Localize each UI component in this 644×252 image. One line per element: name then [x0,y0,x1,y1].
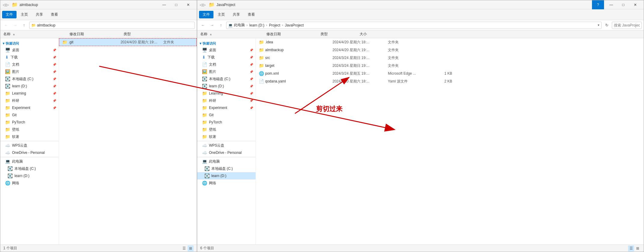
right-quick-access-arrow: ▾ [200,42,201,45]
right-forward-button[interactable]: → [208,21,216,29]
right-sidebar-pytorch[interactable]: 📁 PyTorch [197,119,256,126]
left-tab-home[interactable]: 主页 [17,11,32,18]
left-sidebar-c-drive-2[interactable]: 💽 本地磁盘 (C:) [0,165,59,172]
right-tab-home[interactable]: 主页 [214,11,228,18]
right-sidebar-downloads[interactable]: ⬇ 下载 📌 [197,54,256,61]
left-sidebar-this-pc[interactable]: 💻 此电脑 [0,158,59,165]
right-file-row-pom[interactable]: 🌐 pom.xml 2024/3/24 星期五 19:... Microsoft… [256,70,644,77]
left-back-button[interactable]: ← [2,21,10,29]
left-sidebar-software[interactable]: 📁 软著 [0,133,59,140]
left-tab-share[interactable]: 共享 [32,11,47,18]
right-file-row-almtbackup[interactable]: 📁 almtbackup 2024/4/20 星期六 19:... 文件夹 [256,46,644,54]
right-sidebar-docs[interactable]: 📄 文档 📌 [197,61,256,68]
left-minimize-button[interactable]: — [158,0,170,9]
right-title-icons: ◁ ▷ [200,3,206,7]
right-file-row-src[interactable]: 📁 src 2024/3/24 星期日 19:... 文件夹 [256,54,644,62]
right-sidebar-network[interactable]: 🌐 网络 [197,179,256,187]
right-sidebar-git[interactable]: 📁 Git [197,111,256,119]
left-col-name[interactable]: 名称 ▲ [3,32,69,37]
left-sidebar-git[interactable]: 📁 Git [0,111,59,119]
left-nav-icon2: ▷ [6,3,9,7]
left-sidebar-desktop[interactable]: 🖥️ 桌面 📌 [0,46,59,54]
left-up-button[interactable]: ↑ [20,21,28,29]
right-sidebar-onedrive[interactable]: ☁️ OneDrive - Personal [197,149,256,156]
left-col-date[interactable]: 修改日期 [69,32,124,37]
right-grid-view-icon[interactable]: ⊞ [635,245,641,251]
left-tab-file[interactable]: 文件 [2,11,17,18]
right-file-type-idea: 文件夹 [388,40,427,45]
left-col-type[interactable]: 类型 [124,32,163,37]
right-address-bar[interactable]: 💻 此电脑 › learn (D:) › Project › JavaProje… [226,22,602,29]
left-forward-button[interactable]: → [11,21,19,29]
right-file-row-idea[interactable]: 📁 .idea 2024/4/20 星期六 18:... 文件夹 [256,38,644,46]
right-detail-view-icon[interactable]: ☰ [628,245,634,251]
right-search-input[interactable] [612,22,642,29]
right-back-button[interactable]: ← [199,21,207,29]
left-file-row-git[interactable]: 📁 .git 2024/4/20 星期六 19:... 文件夹 [59,38,197,46]
right-folder-title-icon: 📁 [209,2,215,8]
right-tab-share[interactable]: 共享 [229,11,244,18]
right-quick-access-header[interactable]: ▾ 快速访问 [197,39,256,46]
right-sidebar-learning[interactable]: 📁 Learning 📌 [197,90,256,97]
right-maximize-button[interactable]: □ [617,0,629,9]
left-sidebar-d-drive[interactable]: 💽 learn (D:) 📌 [0,82,59,90]
right-tab-file[interactable]: 文件 [199,11,213,18]
right-sidebar-d-drive-2[interactable]: 💽 learn (D:) [197,172,256,179]
left-close-button[interactable]: ✕ [182,0,194,9]
right-help-button[interactable]: ? [592,0,604,9]
right-pictures-pin: 📌 [250,70,253,73]
left-sidebar-network[interactable]: 🌐 网络 [0,179,59,187]
right-file-name-target: target [265,64,331,68]
left-pytorch-icon: 📁 [5,120,10,125]
right-sidebar-software[interactable]: 📁 软著 [197,133,256,140]
left-maximize-button[interactable]: □ [170,0,182,9]
left-folder-title-icon: 📁 [12,2,18,8]
right-tab-view[interactable]: 查看 [244,11,259,18]
left-sidebar-pictures[interactable]: 🖼️ 图片 📌 [0,68,59,75]
left-c-drive-icon: 💽 [5,76,10,81]
right-col-size[interactable]: 大小 [360,32,384,37]
left-sidebar-onedrive[interactable]: ☁️ OneDrive - Personal [0,149,59,156]
left-sidebar-wps-cloud[interactable]: ☁️ WPS云盘 [0,142,59,149]
right-sidebar-pictures[interactable]: 🖼️ 图片 📌 [197,68,256,75]
right-col-type[interactable]: 类型 [320,32,360,37]
right-file-row-qodana[interactable]: 📄 qodana.yaml 2024/4/20 星期六 18:... Yaml … [256,77,644,85]
left-this-pc-icon: 💻 [5,159,10,164]
right-addr-dropdown[interactable]: ▾ [598,23,600,27]
right-col-name[interactable]: 名称 ▲ [200,32,266,37]
right-sidebar-desktop[interactable]: 🖥️ 桌面 📌 [197,46,256,54]
left-sidebar-docs[interactable]: 📄 文档 📌 [0,61,59,68]
left-sidebar-downloads[interactable]: ⬇ 下载 📌 [0,54,59,61]
left-address-bar[interactable]: 📁 almtbackup [29,22,195,29]
right-sidebar-wps-cloud[interactable]: ☁️ WPS云盘 [197,142,256,149]
right-close-button[interactable]: ✕ [629,0,641,9]
left-ribbon: 文件 主页 共享 查看 [0,9,197,20]
right-sidebar-wallpaper[interactable]: 📁 壁纸 [197,126,256,133]
left-sidebar-d-drive-2[interactable]: 💽 learn (D:) [0,172,59,179]
right-sidebar-c-drive[interactable]: 💽 本地磁盘 (C:) 📌 [197,75,256,82]
right-col-date[interactable]: 修改日期 [266,32,320,37]
left-sidebar-wallpaper[interactable]: 📁 壁纸 [0,126,59,133]
right-refresh-button[interactable]: ↻ [603,21,611,29]
left-sidebar-c-drive[interactable]: 💽 本地磁盘 (C:) 📌 [0,75,59,82]
right-src-folder-icon: 📁 [259,55,264,60]
left-sidebar-experiment[interactable]: 📁 Experiment 📌 [0,104,59,111]
right-up-button[interactable]: ↑ [217,21,225,29]
right-file-row-target[interactable]: 📁 target 2024/3/24 星期日 19:... 文件夹 [256,62,644,70]
left-d-drive-2-icon: 💽 [8,173,13,178]
left-tab-view[interactable]: 查看 [47,11,62,18]
left-quick-access-header[interactable]: ▾ 快速访问 [0,39,59,46]
right-sidebar-this-pc[interactable]: 💻 此电脑 [197,158,256,165]
right-sidebar-research[interactable]: 📁 科研 📌 [197,97,256,104]
left-sidebar-pytorch[interactable]: 📁 PyTorch [0,119,59,126]
left-sidebar-research[interactable]: 📁 科研 📌 [0,97,59,104]
left-sidebar-learning[interactable]: 📁 Learning 📌 [0,90,59,97]
right-addr-arrow3: › [282,23,283,27]
right-minimize-button[interactable]: — [605,0,617,9]
right-pytorch-icon: 📁 [202,120,207,125]
right-sidebar-experiment[interactable]: 📁 Experiment 📌 [197,104,256,111]
left-detail-view-icon[interactable]: ☰ [181,245,187,251]
left-grid-view-icon[interactable]: ⊞ [188,245,194,251]
right-sidebar-d-drive[interactable]: 💽 learn (D:) 📌 [197,82,256,90]
right-sidebar-c-drive-2[interactable]: 💽 本地磁盘 (C:) [197,165,256,172]
